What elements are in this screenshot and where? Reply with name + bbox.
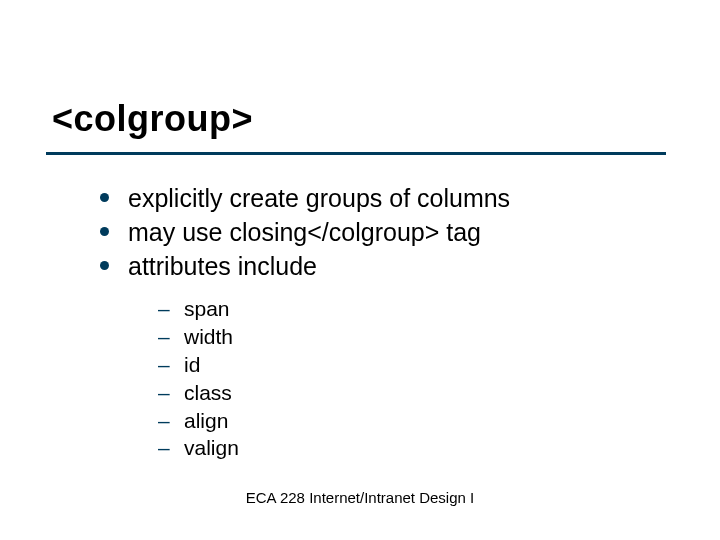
list-item: width	[158, 324, 239, 351]
bullet-text: align	[184, 409, 228, 432]
list-item: valign	[158, 435, 239, 462]
list-item: id	[158, 352, 239, 379]
bullet-text: span	[184, 297, 230, 320]
list-item: span	[158, 296, 239, 323]
list-item: attributes include	[100, 250, 510, 282]
list-item: class	[158, 380, 239, 407]
bullet-text: explicitly create groups of columns	[128, 184, 510, 212]
slide-footer: ECA 228 Internet/Intranet Design I	[0, 489, 720, 506]
bullet-text: may use closing</colgroup> tag	[128, 218, 481, 246]
bullet-text: id	[184, 353, 200, 376]
sub-bullet-list: span width id class align valign	[158, 296, 239, 463]
bullet-text: valign	[184, 436, 239, 459]
list-item: explicitly create groups of columns	[100, 182, 510, 214]
list-item: align	[158, 408, 239, 435]
bullet-text: width	[184, 325, 233, 348]
slide: <colgroup> explicitly create groups of c…	[0, 0, 720, 540]
list-item: may use closing</colgroup> tag	[100, 216, 510, 248]
slide-title: <colgroup>	[52, 98, 253, 140]
title-underline	[46, 152, 666, 155]
main-bullet-list: explicitly create groups of columns may …	[100, 182, 510, 284]
bullet-text: class	[184, 381, 232, 404]
bullet-text: attributes include	[128, 252, 317, 280]
